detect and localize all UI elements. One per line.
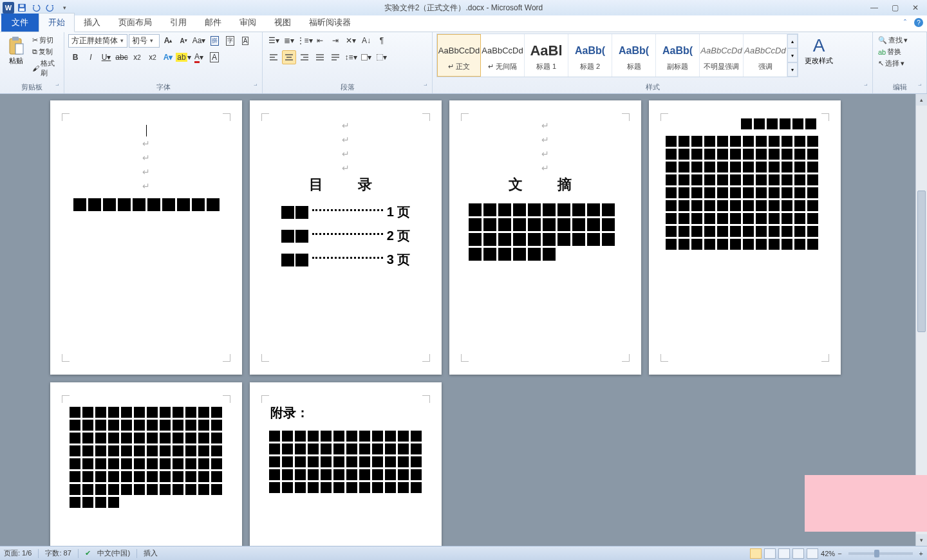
char-border-button[interactable]: A [207, 50, 221, 64]
status-mode[interactable]: 插入 [144, 548, 158, 558]
grow-font-button[interactable]: A▴ [161, 33, 175, 48]
tab-foxit[interactable]: 福昕阅读器 [300, 14, 360, 32]
page-4[interactable] [649, 100, 841, 375]
style-emphasis[interactable]: AaBbCcDd强调 [744, 34, 787, 77]
show-marks-button[interactable]: ¶ [375, 33, 389, 48]
undo-icon[interactable] [30, 1, 42, 14]
replace-button[interactable]: ab替换 [877, 46, 909, 57]
help-icon[interactable]: ? [914, 18, 923, 27]
copy-button[interactable]: ⧉复制 [31, 46, 60, 57]
paste-button[interactable]: 粘贴 [4, 33, 28, 68]
status-page[interactable]: 页面: 1/6 [4, 548, 32, 558]
scroll-thumb[interactable] [917, 191, 926, 332]
styles-gallery: AaBbCcDd↵ 正文 AaBbCcDd↵ 无间隔 AaBl标题 1 AaBb… [436, 33, 798, 77]
tab-view[interactable]: 视图 [265, 14, 300, 32]
minimize-ribbon-icon[interactable]: ˆ [900, 18, 910, 28]
style-subtle[interactable]: AaBbCcDd不明显强调 [700, 34, 744, 77]
status-words[interactable]: 字数: 87 [45, 548, 71, 558]
subscript-button[interactable]: x2 [130, 50, 144, 64]
qat-more-icon[interactable]: ▾ [58, 1, 71, 14]
spellcheck-icon[interactable]: ✔ [85, 549, 91, 557]
page-3[interactable]: ↵↵↵↵ 文 摘 [449, 100, 641, 375]
zoom-slider[interactable] [848, 552, 913, 555]
abstract-heading: 文 摘 [465, 175, 626, 194]
redo-icon[interactable] [44, 1, 57, 14]
window-controls: — ▢ ✕ [865, 1, 924, 14]
maximize-button[interactable]: ▢ [886, 1, 904, 14]
style-nospacing[interactable]: AaBbCcDd↵ 无间隔 [481, 34, 525, 77]
view-print-button[interactable] [750, 548, 762, 559]
phonetic-button[interactable]: 拼 [207, 33, 221, 48]
tab-home[interactable]: 开始 [39, 13, 75, 32]
enclosed-button[interactable]: 字 [223, 33, 237, 48]
clear-format-button[interactable]: A [238, 33, 252, 48]
bullets-button[interactable]: ☰▾ [267, 33, 281, 48]
view-outline-button[interactable] [792, 548, 804, 559]
tab-review[interactable]: 审阅 [230, 14, 265, 32]
strike-button[interactable]: abc [115, 50, 129, 64]
minimize-button[interactable]: — [865, 1, 883, 14]
sort-button[interactable]: A↓ [359, 33, 373, 48]
style-heading2[interactable]: AaBb(标题 2 [568, 34, 612, 77]
bold-button[interactable]: B [68, 50, 82, 64]
font-size-combo[interactable]: 初号▾ [129, 34, 160, 48]
style-title[interactable]: AaBb(标题 [612, 34, 656, 77]
tab-file[interactable]: 文件 [1, 14, 39, 32]
style-normal[interactable]: AaBbCcDd↵ 正文 [437, 34, 481, 77]
format-painter-button[interactable]: 🖌格式刷 [31, 58, 60, 79]
numbering-button[interactable]: ≣▾ [282, 33, 296, 48]
page-2[interactable]: ↵↵↵↵ 目 录 1 页 2 页 3 页 [250, 100, 442, 375]
multilevel-button[interactable]: ⋮≡▾ [297, 33, 312, 48]
asian-layout-button[interactable]: ✕▾ [344, 33, 358, 48]
zoom-in-button[interactable]: + [919, 550, 923, 557]
distribute-button[interactable] [328, 50, 342, 64]
page-1[interactable]: ↵ ↵ ↵ ↵ [50, 100, 242, 375]
tab-layout[interactable]: 页面布局 [109, 14, 161, 32]
view-fullscreen-button[interactable] [764, 548, 776, 559]
text-effects-button[interactable]: A▾ [161, 50, 175, 64]
justify-button[interactable] [313, 50, 327, 64]
ribbon-tabs: 文件 开始 插入 页面布局 引用 邮件 审阅 视图 福昕阅读器 ˆ ? [0, 15, 927, 32]
page-6[interactable]: 附录： [250, 382, 442, 546]
shading-button[interactable]: ▾ [359, 50, 373, 64]
align-center-button[interactable] [282, 50, 296, 64]
gallery-scroll[interactable]: ▴▾▾ [787, 34, 798, 77]
italic-button[interactable]: I [84, 50, 98, 64]
word-app-icon[interactable]: W [3, 2, 14, 14]
shrink-font-button[interactable]: A▾ [176, 33, 191, 48]
superscript-button[interactable]: x2 [145, 50, 160, 64]
view-draft-button[interactable] [807, 548, 818, 559]
font-family-combo[interactable]: 方正胖娃简体▾ [68, 34, 127, 48]
scroll-down-icon[interactable]: ▾ [916, 534, 927, 546]
text-cursor [146, 125, 147, 136]
toc-heading: 目 录 [265, 175, 426, 194]
font-color-button[interactable]: A▾ [192, 50, 206, 64]
status-lang[interactable]: 中文(中国) [97, 548, 130, 558]
scroll-up-icon[interactable]: ▴ [916, 94, 927, 106]
close-button[interactable]: ✕ [906, 1, 924, 14]
find-button[interactable]: 🔍查找▾ [877, 35, 909, 46]
zoom-out-button[interactable]: − [838, 550, 841, 557]
borders-button[interactable]: ▾ [375, 50, 389, 64]
tab-insert[interactable]: 插入 [75, 14, 109, 32]
style-subtitle[interactable]: AaBb(副标题 [656, 34, 700, 77]
select-button[interactable]: ↖选择▾ [877, 58, 909, 69]
cut-button[interactable]: ✂剪切 [31, 35, 60, 46]
view-web-button[interactable] [778, 548, 790, 559]
zoom-value[interactable]: 42% [821, 550, 835, 557]
increase-indent-button[interactable]: ⇥ [328, 33, 342, 48]
decrease-indent-button[interactable]: ⇤ [313, 33, 327, 48]
tab-mailings[interactable]: 邮件 [196, 14, 230, 32]
align-left-button[interactable] [267, 50, 281, 64]
change-styles-button[interactable]: A 更改样式 [801, 33, 837, 68]
style-heading1[interactable]: AaBl标题 1 [525, 34, 568, 77]
underline-button[interactable]: U▾ [99, 50, 113, 64]
page-5[interactable] [50, 382, 242, 546]
highlight-button[interactable]: ab▾ [176, 50, 191, 64]
change-case-button[interactable]: Aa▾ [192, 33, 206, 48]
tab-references[interactable]: 引用 [161, 14, 196, 32]
line-spacing-button[interactable]: ↕≡▾ [344, 50, 358, 64]
save-icon[interactable] [15, 1, 28, 14]
align-right-button[interactable] [297, 50, 312, 64]
document-area[interactable]: ▦ ↵ ↵ ↵ ↵ ↵↵↵↵ 目 录 1 页 2 页 3 页 ↵↵↵↵ 文 [0, 94, 927, 546]
